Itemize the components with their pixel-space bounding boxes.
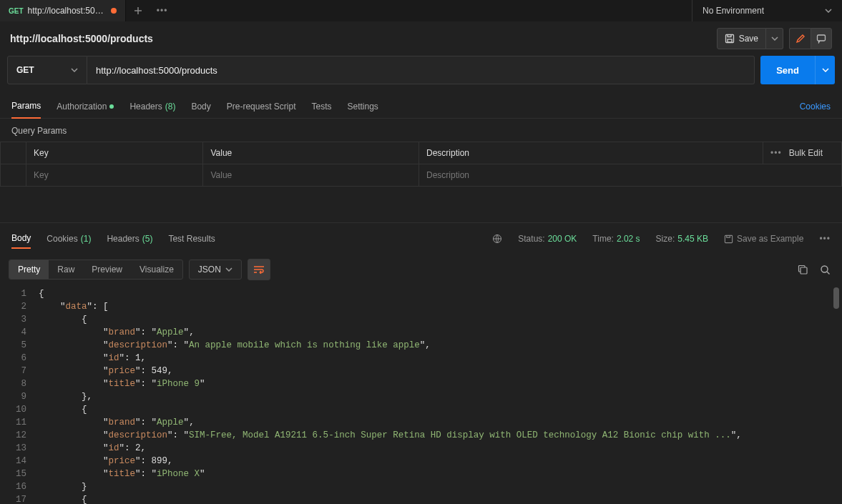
svg-rect-0 [725,35,733,43]
chevron-down-icon [771,36,778,41]
environment-selector[interactable]: No Environment [692,0,842,21]
chevron-down-icon [71,68,78,72]
svg-rect-1 [728,39,732,42]
scrollbar-thumb[interactable] [833,287,839,309]
copy-icon [798,265,808,275]
save-icon [725,34,735,44]
unsaved-dot-icon [111,8,117,14]
save-options-button[interactable] [766,28,783,49]
time-value: 2.02 s [617,234,640,244]
comment-icon [816,34,826,44]
table-row[interactable]: Key Value Description [1,164,842,187]
comments-button[interactable] [811,28,832,49]
search-button[interactable] [817,262,833,278]
column-description: Description [419,142,763,164]
format-select[interactable]: JSON [189,260,242,280]
wrap-lines-button[interactable] [248,259,270,280]
response-tab-headers[interactable]: Headers (5) [107,229,152,249]
url-input[interactable] [96,65,745,76]
param-key-input[interactable]: Key [26,164,203,187]
column-value: Value [203,142,419,164]
globe-icon[interactable] [492,234,502,244]
copy-button[interactable] [795,262,811,278]
chevron-down-icon [822,68,829,72]
chevron-down-icon [825,9,832,13]
environment-label: No Environment [703,6,764,16]
tab-params[interactable]: Params [11,94,41,119]
tab-label: http://localhost:5000/p [28,6,107,16]
tab-settings[interactable]: Settings [348,94,378,119]
tab-prerequest[interactable]: Pre-request Script [227,94,296,119]
param-value-input[interactable]: Value [203,164,419,187]
response-tab-body[interactable]: Body [11,229,31,249]
save-button[interactable]: Save [717,28,766,49]
new-tab-button[interactable] [126,6,150,15]
view-visualize[interactable]: Visualize [131,260,182,279]
save-icon [724,234,733,244]
response-tab-testresults[interactable]: Test Results [168,229,215,249]
size-value: 5.45 KB [677,234,708,244]
wrap-icon [253,265,265,274]
bulk-edit-button[interactable]: Bulk Edit [789,148,823,158]
svg-point-6 [821,266,828,272]
response-more-button[interactable]: ••• [819,234,831,244]
cookies-link[interactable]: Cookies [800,102,831,112]
column-key: Key [26,142,203,164]
query-params-table: Key Value Description ••• Bulk Edit Key … [0,142,842,187]
response-tab-cookies[interactable]: Cookies (1) [46,229,91,249]
view-raw[interactable]: Raw [49,260,83,279]
tab-headers[interactable]: Headers (8) [129,94,175,119]
view-pretty[interactable]: Pretty [9,260,49,279]
save-as-example-button[interactable]: Save as Example [724,234,803,244]
tab-method: GET [9,7,24,15]
query-params-label: Query Params [0,119,842,142]
response-body[interactable]: 1234567891011121314151617 { "data": [ { … [0,285,842,504]
send-options-button[interactable] [815,56,835,84]
tab-body[interactable]: Body [191,94,210,119]
edit-button[interactable] [789,28,811,49]
pencil-icon [796,34,806,44]
request-tab[interactable]: GET http://localhost:5000/p [0,0,126,21]
tab-overflow-button[interactable]: ••• [150,6,175,16]
search-icon [820,265,831,275]
svg-rect-4 [725,235,732,242]
http-method-select[interactable]: GET [7,56,87,84]
svg-rect-2 [818,35,826,41]
chevron-down-icon [225,267,232,272]
svg-rect-5 [801,267,807,274]
param-description-input[interactable]: Description [419,164,842,187]
send-button[interactable]: Send [760,56,815,84]
tab-tests[interactable]: Tests [311,94,331,119]
view-preview[interactable]: Preview [83,260,131,279]
columns-options-button[interactable]: ••• [770,148,782,158]
status-value: 200 OK [548,234,577,244]
tab-authorization[interactable]: Authorization [57,94,114,119]
request-title: http://localhost:5000/products [10,33,153,44]
auth-indicator-icon [109,104,114,109]
